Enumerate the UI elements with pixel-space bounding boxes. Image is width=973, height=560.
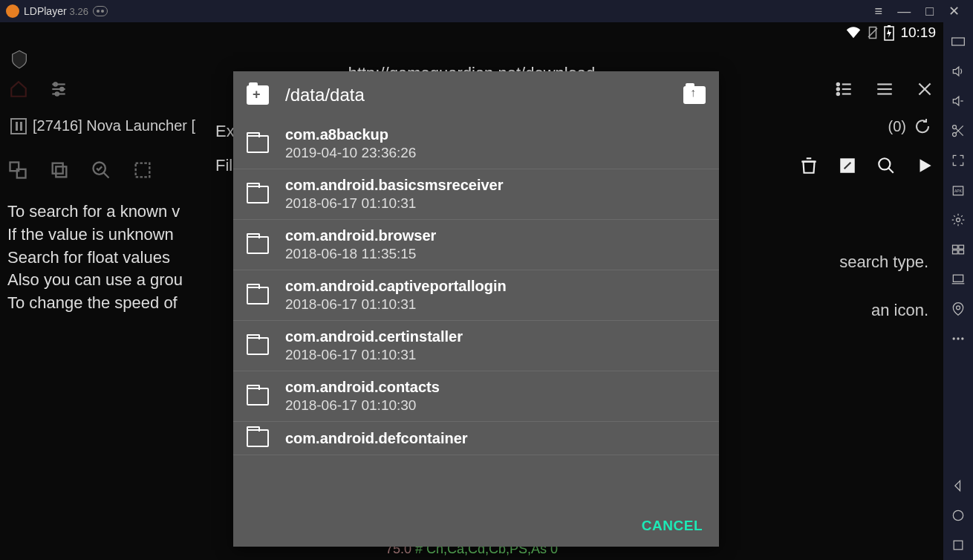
select-icon[interactable] <box>132 160 153 180</box>
multi-window-icon[interactable] <box>943 235 973 264</box>
scissors-icon[interactable] <box>943 116 973 146</box>
folder-icon <box>247 287 269 305</box>
folder-name: com.a8backup <box>285 126 416 143</box>
folder-icon <box>247 236 269 254</box>
fullscreen-icon[interactable] <box>943 146 973 175</box>
folder-name: com.android.browser <box>285 227 436 244</box>
folder-name: com.android.defcontainer <box>285 430 468 447</box>
pause-icon[interactable] <box>10 118 27 134</box>
svg-rect-22 <box>53 163 63 174</box>
svg-rect-53 <box>954 541 963 550</box>
new-folder-icon[interactable] <box>247 85 269 105</box>
help-right-1: search type. <box>839 253 928 272</box>
svg-rect-42 <box>953 245 958 249</box>
home-icon <box>9 79 28 99</box>
file-browser-dialog: /data/data com.a8backup2019-04-10 23:36:… <box>233 71 719 547</box>
location-icon[interactable] <box>943 294 973 324</box>
minimize-button[interactable]: — <box>890 4 918 19</box>
recent-icon[interactable] <box>943 530 973 560</box>
home-nav-icon[interactable] <box>943 501 973 530</box>
svg-rect-32 <box>952 38 965 45</box>
list-icon[interactable] <box>835 79 854 99</box>
app-name: LDPlayer <box>24 5 67 17</box>
trash-icon[interactable] <box>799 156 819 175</box>
back-icon[interactable] <box>943 471 973 501</box>
search-icon[interactable] <box>876 156 896 175</box>
play-icon[interactable] <box>915 156 934 175</box>
svg-point-50 <box>957 337 959 339</box>
sim-icon <box>866 25 879 41</box>
svg-point-11 <box>837 93 839 95</box>
volume-up-icon[interactable] <box>943 56 973 86</box>
dialog-footer: CANCEL <box>233 505 719 547</box>
wifi-icon <box>845 25 862 41</box>
process-line: [27416] Nova Launcher [ <box>10 117 195 134</box>
emulator-screen: 10:19 http://gameguardian.net/download [… <box>0 22 943 560</box>
keyboard-icon[interactable] <box>943 27 973 56</box>
help-text: To search for a known v If the value is … <box>7 201 183 315</box>
ldplayer-logo-icon <box>6 4 19 18</box>
folder-icon <box>247 186 269 204</box>
svg-point-41 <box>957 218 960 222</box>
more-icon[interactable] <box>943 324 973 354</box>
folder-item[interactable]: com.android.contacts2018-06-17 01:10:30 <box>233 371 719 422</box>
status-time: 10:19 <box>900 25 936 41</box>
title-bar: LDPlayer 3.26 ≡ — □ ✕ <box>0 0 973 22</box>
result-count: (0) <box>888 117 931 135</box>
dice-icon[interactable] <box>7 160 28 180</box>
apk-icon[interactable]: APK <box>943 175 973 205</box>
svg-rect-44 <box>953 250 958 254</box>
svg-rect-45 <box>959 250 964 254</box>
folder-icon <box>247 429 269 447</box>
folder-list: com.a8backup2019-04-10 23:36:26com.andro… <box>233 119 719 505</box>
svg-line-25 <box>104 173 109 178</box>
menu-button[interactable]: ≡ <box>868 4 891 19</box>
folder-icon <box>247 135 269 153</box>
process-label: [27416] Nova Launcher [ <box>33 117 195 134</box>
right-tool-icons <box>799 156 934 175</box>
svg-point-52 <box>953 510 963 520</box>
folder-item[interactable]: com.android.certinstaller2018-06-17 01:1… <box>233 321 719 371</box>
folder-item[interactable]: com.android.defcontainer <box>233 422 719 455</box>
close-icon[interactable] <box>915 79 934 99</box>
laptop-icon[interactable] <box>943 264 973 294</box>
folder-item[interactable]: com.android.browser2018-06-18 11:35:15 <box>233 220 719 270</box>
gamepad-icon <box>93 6 108 16</box>
ex-label: Ex <box>215 122 235 141</box>
maximize-button[interactable]: □ <box>918 4 941 19</box>
sliders-icon[interactable] <box>49 79 68 99</box>
edit-icon[interactable] <box>838 156 857 175</box>
svg-point-30 <box>879 158 890 169</box>
svg-rect-26 <box>136 163 150 178</box>
gear-icon[interactable] <box>943 205 973 235</box>
app-version: 3.26 <box>70 6 88 17</box>
stack-icon[interactable] <box>49 160 70 180</box>
battery-icon <box>884 25 894 41</box>
cancel-button[interactable]: CANCEL <box>642 518 703 534</box>
folder-item[interactable]: com.a8backup2019-04-10 23:36:26 <box>233 119 719 169</box>
folder-item[interactable]: com.android.basicsmsreceiver2018-06-17 0… <box>233 169 719 220</box>
svg-text:APK: APK <box>954 189 963 193</box>
folder-name: com.android.basicsmsreceiver <box>285 177 503 194</box>
up-folder-icon[interactable] <box>683 86 706 104</box>
folder-icon <box>247 337 269 355</box>
folder-icon <box>247 388 269 406</box>
folder-date: 2018-06-17 01:10:31 <box>285 347 463 363</box>
svg-point-51 <box>961 337 963 339</box>
svg-line-31 <box>888 168 894 173</box>
folder-date: 2018-06-17 01:10:31 <box>285 195 503 212</box>
refresh-icon[interactable] <box>914 117 931 135</box>
svg-rect-2 <box>888 25 891 27</box>
folder-item[interactable]: com.android.captiveportallogin2018-06-17… <box>233 270 719 321</box>
search-check-icon[interactable] <box>91 160 111 180</box>
folder-date: 2018-06-17 01:10:31 <box>285 296 507 313</box>
svg-point-10 <box>837 88 839 90</box>
help-right-2: an icon. <box>871 301 928 320</box>
svg-rect-46 <box>953 275 963 281</box>
volume-down-icon[interactable] <box>943 86 973 116</box>
folder-date: 2019-04-10 23:36:26 <box>285 145 416 161</box>
hamburger-icon[interactable] <box>875 79 894 99</box>
folder-name: com.android.contacts <box>285 379 440 396</box>
folder-date: 2018-06-17 01:10:30 <box>285 397 440 414</box>
close-button[interactable]: ✕ <box>941 3 967 19</box>
